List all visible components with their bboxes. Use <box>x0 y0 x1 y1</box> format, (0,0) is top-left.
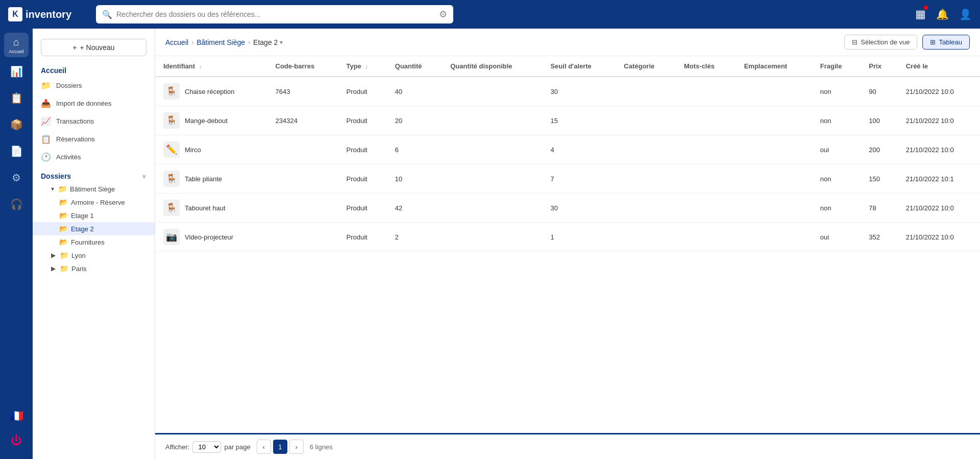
sidebar-item-docs[interactable]: 📄 <box>4 139 29 163</box>
cell-emplacement <box>736 164 812 194</box>
sidebar-item-stats[interactable]: 📊 <box>4 59 29 84</box>
nav-item-activites[interactable]: 🕐 Activités <box>33 148 155 166</box>
folder-icon-active: 📂 <box>59 225 68 233</box>
cell-mots-cles <box>676 223 736 252</box>
col-emplacement: Emplacement <box>736 56 812 77</box>
dossiers-section-header: Dossiers ∨ <box>33 170 155 182</box>
power-button[interactable]: ⏻ <box>4 430 29 455</box>
nav-item-dossiers[interactable]: 📁 Dossiers <box>33 77 155 94</box>
flag-icon: 🇫🇷 <box>10 409 23 423</box>
sidebar-item-inventory[interactable]: 📦 <box>4 112 29 137</box>
cell-seuil-alerte: 1 <box>542 223 616 252</box>
item-thumbnail: 🪑 <box>163 83 180 100</box>
tableau-button[interactable]: ⊞ Tableau <box>922 35 970 50</box>
prev-page-button[interactable]: ‹ <box>257 440 271 454</box>
col-prix: Prix <box>861 56 897 77</box>
tree-item-fournitures[interactable]: 📂 Fournitures <box>33 235 155 249</box>
cell-emplacement <box>736 194 812 223</box>
nav-item-dossiers-label: Dossiers <box>56 82 82 89</box>
nav-item-import[interactable]: 📥 Import de données <box>33 94 155 112</box>
col-type[interactable]: Type ↓ <box>338 56 386 77</box>
cell-categorie <box>616 194 676 223</box>
cell-quantite: 42 <box>387 194 442 223</box>
topnav: K inventory 🔍 ⚙ ▦ 🔔 👤 <box>0 0 980 29</box>
left-nav: + + Nouveau Accueil 📁 Dossiers 📥 Import … <box>33 29 155 459</box>
cell-mots-cles <box>676 194 736 223</box>
cell-type: Produit <box>338 164 386 194</box>
nav-item-reservations[interactable]: 📋 Réservations <box>33 130 155 148</box>
afficher-label: Afficher: <box>165 443 189 451</box>
tree-item-etage2[interactable]: 📂 Etage 2 <box>33 222 155 235</box>
item-thumbnail: 🪑 <box>163 112 180 129</box>
language-selector[interactable]: 🇫🇷 <box>4 404 29 428</box>
filter-icon[interactable]: ⚙ <box>439 9 447 20</box>
transactions-icon: 📈 <box>41 116 51 126</box>
nav-item-transactions[interactable]: 📈 Transactions <box>33 112 155 130</box>
main-layout: ⌂ Accueil 📊 📋 📦 📄 ⚙ 🎧 🇫🇷 ⏻ + <box>0 29 980 459</box>
table-row[interactable]: 🪑 Chaise réception 7643 Produit 40 30 no… <box>155 77 980 106</box>
per-page-dropdown[interactable]: 10 25 50 100 <box>192 441 221 453</box>
new-button[interactable]: + + Nouveau <box>41 39 146 56</box>
search-bar[interactable]: 🔍 ⚙ <box>96 5 453 23</box>
table-header: Identifiant ↓ Code-barres Type ↓ Quantit… <box>155 56 980 77</box>
new-button-label: + Nouveau <box>80 43 115 52</box>
col-quantite-disponible: Quantité disponible <box>442 56 542 77</box>
tree-item-batiment-siege[interactable]: ▾ 📁 Bâtiment Siège <box>33 182 155 196</box>
breadcrumb-accueil[interactable]: Accueil <box>165 38 188 46</box>
expand-arrow-paris: ▶ <box>51 265 56 272</box>
sidebar-item-orders[interactable]: 📋 <box>4 86 29 110</box>
selection-vue-button[interactable]: ⊟ Sélection de vue <box>844 35 917 50</box>
cell-cree-le: 21/10/2022 10:0 <box>898 194 980 223</box>
app-name: inventory <box>26 9 71 20</box>
barcode-icon[interactable]: ▦ <box>915 8 926 21</box>
item-thumbnail: 🪑 <box>163 171 180 187</box>
per-page-select: Afficher: 10 25 50 100 par page <box>165 441 251 453</box>
cell-quantite: 10 <box>387 164 442 194</box>
sidebar-item-accueil[interactable]: ⌂ Accueil <box>4 33 29 57</box>
table-row[interactable]: 📷 Video-projecteur Produit 2 1 oui 352 2… <box>155 223 980 252</box>
cell-prix: 100 <box>861 106 897 135</box>
sidebar-item-support[interactable]: 🎧 <box>4 192 29 216</box>
cell-code-barres: 234324 <box>267 106 338 135</box>
table-row[interactable]: 🪑 Table pliante Produit 10 7 non 150 21/… <box>155 164 980 194</box>
breadcrumb-batiment[interactable]: Bâtiment Siège <box>197 38 245 46</box>
cell-cree-le: 21/10/2022 10:0 <box>898 135 980 164</box>
breadcrumb-dropdown-icon[interactable]: ▾ <box>280 39 283 46</box>
tableau-label: Tableau <box>939 38 962 46</box>
tree-item-lyon[interactable]: ▶ 📁 Lyon <box>33 249 155 262</box>
next-page-button[interactable]: › <box>289 440 304 454</box>
table-row[interactable]: 🪑 Mange-debout 234324 Produit 20 15 non … <box>155 106 980 135</box>
bell-icon[interactable]: 🔔 <box>936 8 949 20</box>
breadcrumb-sep-2: › <box>248 39 250 46</box>
item-name: Mange-debout <box>185 117 228 125</box>
breadcrumb-bar: Accueil › Bâtiment Siège › Etage 2 ▾ ⊟ S… <box>155 29 980 56</box>
sidebar-item-settings[interactable]: ⚙ <box>4 165 29 190</box>
search-input[interactable] <box>116 10 435 18</box>
activites-icon: 🕐 <box>41 152 51 162</box>
user-icon[interactable]: 👤 <box>959 8 972 20</box>
cell-prix: 78 <box>861 194 897 223</box>
table-row[interactable]: 🪑 Tabouret haut Produit 42 30 non 78 21/… <box>155 194 980 223</box>
cell-prix: 150 <box>861 164 897 194</box>
table-row[interactable]: ✏️ Mirco Produit 6 4 oui 200 21/10/2022 … <box>155 135 980 164</box>
cell-identifiant: 🪑 Table pliante <box>155 164 267 194</box>
cell-mots-cles <box>676 135 736 164</box>
cell-type: Produit <box>338 135 386 164</box>
cell-quantite-disponible <box>442 223 542 252</box>
cell-quantite: 40 <box>387 77 442 106</box>
item-thumbnail: ✏️ <box>163 141 180 158</box>
app-logo: K inventory <box>8 7 90 21</box>
cell-emplacement <box>736 106 812 135</box>
main-content: Accueil › Bâtiment Siège › Etage 2 ▾ ⊟ S… <box>155 29 980 459</box>
tree-item-paris[interactable]: ▶ 📁 Paris <box>33 262 155 275</box>
cell-cree-le: 21/10/2022 10:0 <box>898 77 980 106</box>
tree-item-armoire-reserve[interactable]: 📂 Armoire - Réserve <box>33 196 155 209</box>
tree-item-lyon-label: Lyon <box>71 252 86 259</box>
col-identifiant[interactable]: Identifiant ↓ <box>155 56 267 77</box>
breadcrumb-current-label: Etage 2 <box>253 38 278 46</box>
tree-item-paris-label: Paris <box>71 265 87 273</box>
tree-item-etage1[interactable]: 📂 Etage 1 <box>33 209 155 222</box>
folder-icon: 📂 <box>59 211 68 220</box>
dossiers-chevron[interactable]: ∨ <box>142 173 146 180</box>
page-1-button[interactable]: 1 <box>273 440 287 454</box>
